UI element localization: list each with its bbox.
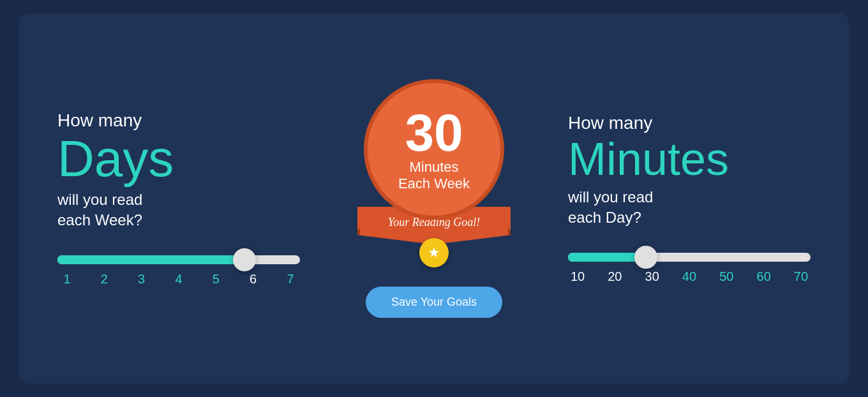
star-badge: ★ [419, 238, 449, 267]
days-label-7: 7 [281, 272, 300, 287]
days-label-3: 3 [132, 272, 151, 287]
days-label-1: 1 [57, 272, 77, 287]
center-section: 30 MinutesEach Week Your Reading Goal! ★… [338, 79, 530, 318]
minutes-slider-track[interactable] [568, 253, 811, 262]
days-how-many: How many [57, 110, 142, 131]
minutes-how-many: How many [568, 113, 652, 133]
minutes-slider-thumb[interactable] [634, 246, 657, 269]
minutes-label-50: 50 [717, 269, 736, 284]
minutes-slider-labels: 10 20 30 40 50 60 70 [568, 269, 811, 284]
star-icon: ★ [428, 244, 440, 261]
days-section: How many Days will you readeach Week? 1 … [57, 110, 300, 286]
badge-number: 30 [405, 107, 463, 159]
minutes-sub-text: will you readeach Day? [568, 187, 653, 227]
minutes-label-20: 20 [605, 269, 624, 284]
minutes-label-40: 40 [680, 269, 699, 284]
days-slider-area: 1 2 3 4 5 6 7 [57, 255, 300, 287]
minutes-label-10: 10 [568, 269, 587, 284]
days-label-2: 2 [94, 272, 114, 287]
minutes-label: Minutes [568, 136, 729, 182]
days-label-6: 6 [244, 272, 263, 287]
minutes-label-60: 60 [754, 269, 774, 284]
minutes-label-30: 30 [643, 269, 662, 284]
days-slider-thumb[interactable] [233, 248, 256, 271]
save-goals-button[interactable]: Save Your Goals [366, 287, 502, 318]
days-sub-text: will you readeach Week? [57, 190, 142, 229]
main-container: How many Days will you readeach Week? 1 … [19, 13, 849, 384]
minutes-slider-area: 10 20 30 40 50 60 70 [568, 253, 811, 284]
days-label-4: 4 [169, 272, 188, 287]
badge-container: 30 MinutesEach Week Your Reading Goal! ★ [357, 79, 511, 267]
days-slider-fill [57, 255, 244, 264]
badge-subtitle: MinutesEach Week [398, 159, 470, 193]
minutes-label-70: 70 [791, 269, 811, 284]
days-slider-labels: 1 2 3 4 5 6 7 [57, 272, 300, 287]
days-label: Days [57, 133, 174, 184]
days-label-5: 5 [206, 272, 225, 287]
reading-goal-badge: 30 MinutesEach Week [364, 79, 504, 220]
days-slider-track[interactable] [57, 255, 300, 264]
minutes-section: How many Minutes will you readeach Day? … [568, 113, 811, 283]
